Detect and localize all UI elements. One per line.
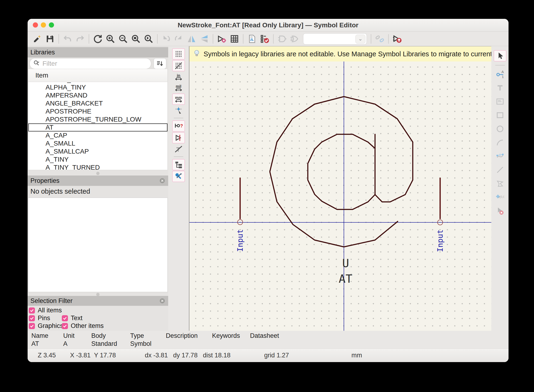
filter-checkbox-text[interactable]: Text xyxy=(62,314,104,322)
library-filter-input[interactable] xyxy=(42,60,148,68)
rotate-ccw-icon xyxy=(161,34,171,44)
editor-canvas[interactable]: Symbols in legacy libraries are not edit… xyxy=(189,46,491,331)
mirror-vertical-button[interactable] xyxy=(198,33,211,45)
rotate-ccw-button xyxy=(160,33,172,45)
main-toolbar: ⌄ xyxy=(28,32,509,46)
hidden-fields-icon: −+ xyxy=(174,134,183,142)
filter-checkbox-other-items[interactable]: Other items xyxy=(62,322,104,330)
circle-tool-button[interactable] xyxy=(494,124,506,134)
symbol-reference-label[interactable]: U xyxy=(342,257,349,270)
text-tool-button[interactable] xyxy=(494,83,506,93)
mirror-vertical-icon xyxy=(199,34,209,44)
symbol-list-item[interactable]: APOSTROPHE_TURNED_LOW xyxy=(28,115,167,123)
save-button[interactable] xyxy=(44,33,56,45)
close-selection-filter-icon[interactable] xyxy=(159,297,166,304)
zoom-out-button[interactable] xyxy=(117,33,129,45)
info-column-datasheet: Datasheet xyxy=(250,332,279,340)
titlebar[interactable]: NewStroke_Font:AT [Read Only Library] — … xyxy=(28,19,509,32)
info-column-description: Description xyxy=(166,332,198,340)
mirror-horizontal-button[interactable] xyxy=(185,33,198,45)
symbol-list-item[interactable]: ANGLE_BRACKET xyxy=(28,99,167,107)
filter-checkbox-pins[interactable]: Pins xyxy=(29,314,62,322)
arc-tool-button[interactable] xyxy=(494,137,506,148)
selection-filter-title: Selection Filter xyxy=(30,297,73,305)
units-mm-button[interactable]: mm xyxy=(172,93,185,105)
pin-tool-button[interactable]: A1 xyxy=(494,69,506,79)
checkbox-checked-icon[interactable] xyxy=(29,315,35,321)
hidden-fields-button[interactable]: −+ xyxy=(172,132,185,144)
datasheet-button[interactable] xyxy=(246,33,258,45)
polygon-tool-button[interactable] xyxy=(494,178,506,189)
pin-name-label[interactable]: Input xyxy=(436,231,445,252)
erc-check-button[interactable] xyxy=(258,33,271,45)
sort-button[interactable] xyxy=(153,58,166,69)
libraries-panel-header[interactable]: Libraries xyxy=(28,47,168,57)
symbol-list-item[interactable]: A_TINY_TURNED xyxy=(28,163,167,170)
panel-splitter-handle[interactable] xyxy=(96,293,100,296)
grid-overrides-button[interactable] xyxy=(172,60,185,71)
refresh-button[interactable] xyxy=(91,33,104,45)
pin-name-label[interactable]: Input xyxy=(236,231,245,252)
zoom-in-button[interactable] xyxy=(104,33,117,45)
symbol-list-item[interactable]: ALPHA_TINY xyxy=(28,83,167,91)
zoom-fit-button[interactable] xyxy=(129,33,142,45)
palette-separator xyxy=(174,156,183,157)
symbol-list-item[interactable]: APOSTROPHE xyxy=(28,107,167,115)
rectangle-tool-button[interactable] xyxy=(494,110,506,120)
symbol-list-item-selected[interactable]: AT xyxy=(28,123,167,131)
update-symbol-button[interactable] xyxy=(391,33,404,45)
pin-electrical-type-button[interactable]: ? xyxy=(172,120,185,132)
symbol-list-item[interactable]: A_TINY xyxy=(28,155,167,163)
symbol-list[interactable]: ALPHA_SMALLALPHA_TINYAMPERSANDANGLE_BRAC… xyxy=(28,82,168,170)
checkbox-checked-icon[interactable] xyxy=(62,323,68,329)
pin-connection-circle[interactable] xyxy=(438,220,443,225)
zoom-selection-button[interactable] xyxy=(142,33,155,45)
checkbox-checked-icon[interactable] xyxy=(29,323,35,329)
pin-table-button[interactable] xyxy=(228,33,241,45)
symbol-properties-button[interactable] xyxy=(215,33,228,45)
properties-panel-header[interactable]: Properties xyxy=(28,176,168,186)
line-tool-button[interactable] xyxy=(494,165,506,175)
symbol-tree-button[interactable] xyxy=(172,159,185,170)
zoom-selection-icon xyxy=(144,34,153,44)
chevron-down-icon[interactable]: ⌄ xyxy=(355,35,365,44)
pin-connection-circle[interactable] xyxy=(238,219,243,225)
checkbox-checked-icon[interactable] xyxy=(29,308,35,313)
symbol-list-item[interactable]: A_SMALLCAP xyxy=(28,147,167,155)
selection-filter-header[interactable]: Selection Filter xyxy=(28,296,168,306)
anchor-tool-button[interactable]: (0,0) xyxy=(494,192,506,202)
filter-checkbox-graphics[interactable]: Graphics xyxy=(29,322,62,330)
symbol-info-bar: NameATUnitABodyStandardTypeSymbolDescrip… xyxy=(28,331,509,349)
close-properties-icon[interactable] xyxy=(159,177,166,184)
symbol-list-item[interactable]: A_CAP xyxy=(28,131,167,140)
svg-text:(0,0): (0,0) xyxy=(499,195,504,199)
symbol-graphic-stroke[interactable] xyxy=(308,134,375,210)
symbol-value-label[interactable]: AT xyxy=(339,272,352,285)
grid-dots-button[interactable] xyxy=(172,48,185,60)
symbol-graphic-stroke[interactable] xyxy=(270,97,413,247)
sync-pins-icon xyxy=(375,34,385,44)
textbox-tool-button[interactable] xyxy=(494,96,506,107)
select-arrow-button[interactable] xyxy=(494,50,506,61)
checkbox-checked-icon[interactable] xyxy=(62,315,68,321)
units-mils-button[interactable]: mil xyxy=(173,83,184,93)
filter-checkbox-all-items[interactable]: All items xyxy=(29,307,62,314)
unit-select-combobox[interactable]: ⌄ xyxy=(303,33,367,45)
hidden-text-button[interactable] xyxy=(173,144,184,154)
symbol-list-item[interactable]: AMPERSAND xyxy=(28,91,167,99)
symbol-list-item[interactable]: A_SMALL xyxy=(28,140,167,147)
properties-tools-button[interactable] xyxy=(172,171,185,182)
panel-splitter-handle[interactable] xyxy=(96,172,100,175)
window-title: NewStroke_Font:AT [Read Only Library] — … xyxy=(28,19,509,31)
select-arrow-icon xyxy=(496,51,504,60)
status-cursor-position: X -3.81 Y 17.78 xyxy=(70,349,116,362)
item-column-header[interactable]: Item xyxy=(28,69,168,82)
svg-text:A: A xyxy=(501,70,504,74)
delete-tool-button[interactable] xyxy=(494,206,506,216)
units-inches-button[interactable]: in xyxy=(173,72,184,82)
crosshair-cursor-button[interactable] xyxy=(173,105,184,116)
bezier-tool-button[interactable] xyxy=(494,151,506,161)
library-filter-field[interactable] xyxy=(29,58,151,69)
libraries-panel: Libraries Item ALPHA_SMALLALPHA_TINYAMPE… xyxy=(28,46,168,331)
new-symbol-button[interactable] xyxy=(31,33,44,45)
